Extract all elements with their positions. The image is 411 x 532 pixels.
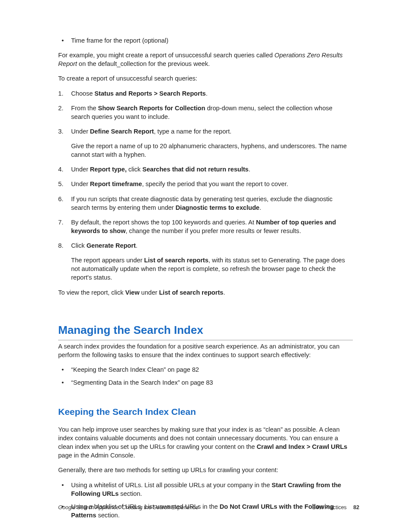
bold-text: Generate Report — [87, 242, 136, 249]
bold-text: Diagnostic terms to exclude — [176, 204, 260, 211]
text: click — [127, 166, 142, 173]
bold-text: Show Search Reports for Collection — [98, 105, 205, 112]
text: page in the Admin Console. — [58, 452, 135, 459]
text: section. — [96, 512, 119, 519]
lead-in-text: To create a report of unsuccessful searc… — [58, 74, 353, 83]
sub-paragraph: Give the report a name of up to 20 alpha… — [71, 142, 353, 159]
list-item: Click Generate Report. The report appear… — [58, 241, 353, 282]
bold-text: Crawl and Index > Crawl URLs — [257, 443, 347, 450]
footer-section-label: Best Practices — [312, 504, 347, 510]
text: . — [223, 289, 225, 296]
text: . — [136, 242, 137, 249]
list-item: By default, the report shows the top 100… — [58, 218, 353, 235]
text: For example, you might create a report o… — [58, 52, 274, 59]
text: under — [140, 289, 159, 296]
footer-page-info: Best Practices 82 — [312, 504, 359, 511]
paragraph: For example, you might create a report o… — [58, 51, 353, 68]
list-item: “Keeping the Search Index Clean” on page… — [58, 365, 353, 374]
list-item: If you run scripts that create diagnosti… — [58, 195, 353, 212]
list-item: Time frame for the report (optional) — [58, 36, 353, 45]
bold-text: List of search reports — [144, 257, 209, 264]
bold-text: Report type, — [90, 166, 127, 173]
list-item: From the Show Search Reports for Collect… — [58, 104, 353, 121]
bold-text: Report timeframe — [90, 180, 142, 187]
methods-list: Using a whitelist of URLs. List all poss… — [58, 481, 353, 520]
text: . — [206, 90, 208, 97]
text: Click — [71, 242, 87, 249]
paragraph: You can help improve user searches by ma… — [58, 425, 353, 460]
text: section. — [118, 490, 142, 497]
text: Using a whitelist of URLs. List all poss… — [71, 482, 272, 488]
bold-text: List of search reports — [159, 289, 223, 296]
bold-text: Define Search Report — [90, 128, 154, 135]
bold-text: Searches that did not return results — [142, 166, 249, 173]
bold-text: Status and Reports > Search Reports — [94, 90, 206, 97]
page-number: 82 — [353, 504, 359, 510]
top-bullet-list: Time frame for the report (optional) — [58, 36, 353, 45]
footer-doc-title: Google Search Appliance: Creating the Se… — [58, 504, 198, 511]
text: , type a name for the report. — [154, 128, 231, 135]
heading-keeping-index-clean: Keeping the Search Index Clean — [58, 406, 353, 418]
text: Under — [71, 166, 90, 173]
text: From the — [71, 105, 98, 112]
text: on the default_collection for the previo… — [77, 60, 210, 67]
list-item: Under Report type, click Searches that d… — [58, 165, 353, 174]
document-page: Time frame for the report (optional) For… — [0, 0, 411, 532]
text: , change the number if you prefer more r… — [126, 227, 301, 234]
section-toc-list: “Keeping the Search Index Clean” on page… — [58, 365, 353, 387]
list-item: Under Define Search Report, type a name … — [58, 127, 353, 159]
paragraph: A search index provides the foundation f… — [58, 342, 353, 359]
text: The report appears under — [71, 257, 144, 264]
text: To view the report, click — [58, 289, 125, 296]
text: . — [259, 204, 261, 211]
list-item: “Segmenting Data in the Search Index” on… — [58, 378, 353, 387]
text: Under — [71, 180, 90, 187]
heading-managing-search-index: Managing the Search Index — [58, 323, 353, 340]
page-footer: Google Search Appliance: Creating the Se… — [58, 504, 359, 511]
list-item: Under Report timeframe, specify the peri… — [58, 180, 353, 188]
bold-text: View — [125, 289, 140, 296]
text: . — [249, 166, 250, 173]
text: , specify the period that you want the r… — [142, 180, 288, 187]
text: Choose — [71, 90, 94, 97]
sub-paragraph: The report appears under List of search … — [71, 256, 353, 282]
list-item: Choose Status and Reports > Search Repor… — [58, 89, 353, 98]
numbered-steps: Choose Status and Reports > Search Repor… — [58, 89, 353, 282]
text: Under — [71, 128, 90, 135]
list-item: Using a whitelist of URLs. List all poss… — [58, 481, 353, 498]
paragraph: Generally, there are two methods for set… — [58, 466, 353, 474]
text: By default, the report shows the top 100… — [71, 219, 256, 226]
paragraph: To view the report, click View under Lis… — [58, 288, 353, 297]
